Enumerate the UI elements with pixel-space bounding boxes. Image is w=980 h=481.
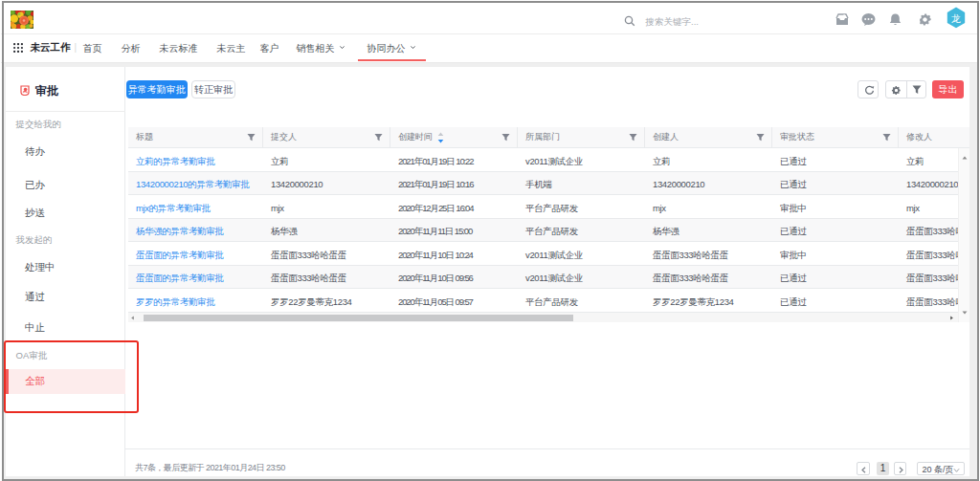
svg-text:龙: 龙 [951, 12, 961, 23]
